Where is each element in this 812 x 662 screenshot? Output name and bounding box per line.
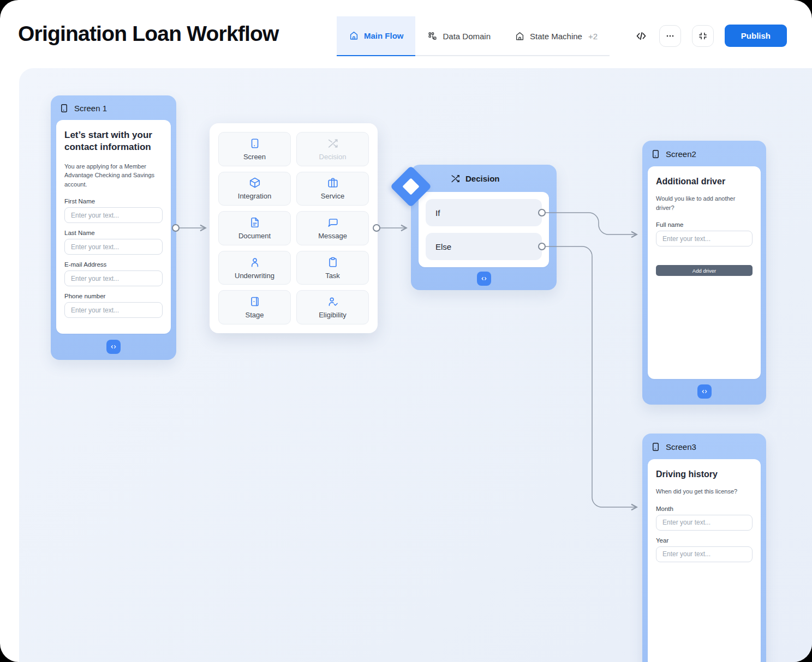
year-input[interactable] [656, 546, 753, 562]
tab-label: Data Domain [443, 32, 491, 41]
decision-code-button[interactable] [477, 272, 491, 286]
screen1-preview-card: Let’s start with your contact informatio… [56, 120, 171, 334]
node-decision[interactable]: Decision If Else [411, 165, 557, 290]
screen1-code-button[interactable] [106, 340, 121, 354]
stage-icon [249, 296, 261, 308]
decision-diamond-inner [402, 178, 419, 195]
screen2-preview-card: Additional driver Would you like to add … [648, 166, 761, 379]
screen3-description: When did you get this license? [656, 487, 753, 496]
field-label-month: Month [656, 505, 753, 512]
eligibility-icon [327, 296, 339, 308]
node-palette: Screen Decision Integration Service [210, 123, 378, 333]
tab-label: Main Flow [364, 31, 403, 40]
code-icon [635, 29, 648, 43]
branch-else[interactable]: Else [426, 233, 542, 260]
collapse-view-button[interactable] [692, 25, 714, 47]
phone-input[interactable] [64, 302, 163, 318]
node-title: Decision [465, 174, 500, 183]
node-screen3-header[interactable]: Screen3 [642, 434, 766, 460]
code-icon [480, 274, 488, 283]
node-title: Screen3 [666, 442, 696, 452]
decision-icon [450, 173, 461, 184]
palette-item-eligibility[interactable]: Eligibility [296, 290, 369, 324]
state-machine-icon [515, 31, 525, 41]
field-label-full-name: Full name [656, 221, 753, 228]
tab-label: State Machine [530, 32, 582, 41]
node-title: Screen2 [666, 149, 696, 159]
message-icon [327, 216, 339, 228]
decision-branches-card: If Else [419, 192, 549, 267]
field-label-phone: Phone number [64, 293, 163, 299]
tab-data-domain[interactable]: Data Domain [415, 16, 503, 56]
palette-item-decision: Decision [296, 132, 369, 166]
collapse-icon [697, 31, 708, 41]
palette-item-screen[interactable]: Screen [218, 132, 291, 166]
workflow-canvas[interactable]: Screen 1 Let’s start with your contact i… [19, 68, 812, 662]
publish-button[interactable]: Publish [725, 25, 787, 47]
palette-item-integration[interactable]: Integration [218, 172, 291, 206]
tab-overflow-count[interactable]: +2 [588, 32, 598, 41]
screen-icon [650, 149, 661, 159]
decision-icon [327, 137, 339, 149]
tab-state-machine[interactable]: State Machine +2 [503, 16, 610, 56]
page-title: Origination Loan Workflow [18, 22, 279, 46]
document-icon [249, 216, 261, 228]
underwriting-icon [249, 256, 261, 268]
tab-bar: Main Flow Data Domain State Machine +2 [337, 16, 610, 56]
palette-item-task[interactable]: Task [296, 251, 369, 285]
screen3-heading: Driving history [656, 468, 753, 480]
full-name-input[interactable] [656, 231, 753, 246]
branch-label: Else [435, 242, 451, 251]
branch-if[interactable]: If [426, 199, 542, 226]
screen-icon [249, 137, 261, 149]
node-screen3[interactable]: Screen3 Driving history When did you get… [642, 434, 766, 662]
edge-if-to-screen2 [545, 213, 636, 234]
first-name-input[interactable] [64, 207, 163, 223]
palette-item-stage[interactable]: Stage [218, 290, 291, 324]
home-icon [349, 31, 359, 41]
node-screen2-header[interactable]: Screen2 [642, 141, 766, 167]
field-label-last-name: Last Name [64, 230, 163, 236]
last-name-input[interactable] [64, 239, 163, 255]
branch-label: If [435, 208, 440, 218]
port-if-out[interactable] [539, 209, 545, 216]
palette-item-underwriting[interactable]: Underwriting [218, 251, 291, 285]
node-screen2[interactable]: Screen2 Additional driver Would you like… [642, 141, 766, 405]
screen1-description: You are applying for a Member Advantage … [64, 162, 163, 189]
node-screen1[interactable]: Screen 1 Let’s start with your contact i… [51, 95, 176, 360]
port-else-out[interactable] [539, 243, 545, 250]
integration-icon [249, 177, 261, 189]
palette-item-message[interactable]: Message [296, 211, 369, 245]
task-icon [327, 256, 339, 268]
node-decision-header[interactable]: Decision [411, 165, 557, 192]
edge-else-to-screen3 [545, 246, 636, 507]
screen2-heading: Additional driver [656, 176, 753, 187]
screen3-preview-card: Driving history When did you get this li… [648, 459, 761, 662]
code-view-button[interactable] [634, 29, 648, 43]
add-driver-button[interactable]: Add driver [656, 265, 753, 276]
screen2-code-button[interactable] [697, 384, 712, 399]
node-screen1-header[interactable]: Screen 1 [51, 95, 176, 121]
screen2-description: Would you like to add another driver? [656, 194, 753, 212]
code-icon [109, 342, 118, 351]
field-label-year: Year [656, 537, 753, 544]
ellipsis-icon [665, 31, 676, 41]
app-window: Origination Loan Workflow Main Flow Data… [0, 0, 812, 662]
data-domain-icon [427, 31, 438, 41]
node-title: Screen 1 [74, 104, 107, 113]
month-input[interactable] [656, 515, 753, 531]
palette-item-document[interactable]: Document [218, 211, 291, 245]
port-palette-out[interactable] [373, 225, 380, 231]
email-input[interactable] [64, 270, 163, 286]
port-screen1-out[interactable] [172, 225, 179, 231]
screen-icon [650, 442, 661, 452]
tab-main-flow[interactable]: Main Flow [337, 16, 415, 56]
code-icon [700, 387, 709, 396]
palette-item-service[interactable]: Service [296, 172, 369, 206]
field-label-email: E-mail Address [64, 261, 163, 268]
service-icon [327, 177, 339, 189]
screen1-heading: Let’s start with your contact informatio… [64, 129, 163, 154]
header-actions: Publish [634, 25, 787, 47]
more-options-button[interactable] [659, 25, 681, 47]
screen-icon [59, 103, 69, 113]
